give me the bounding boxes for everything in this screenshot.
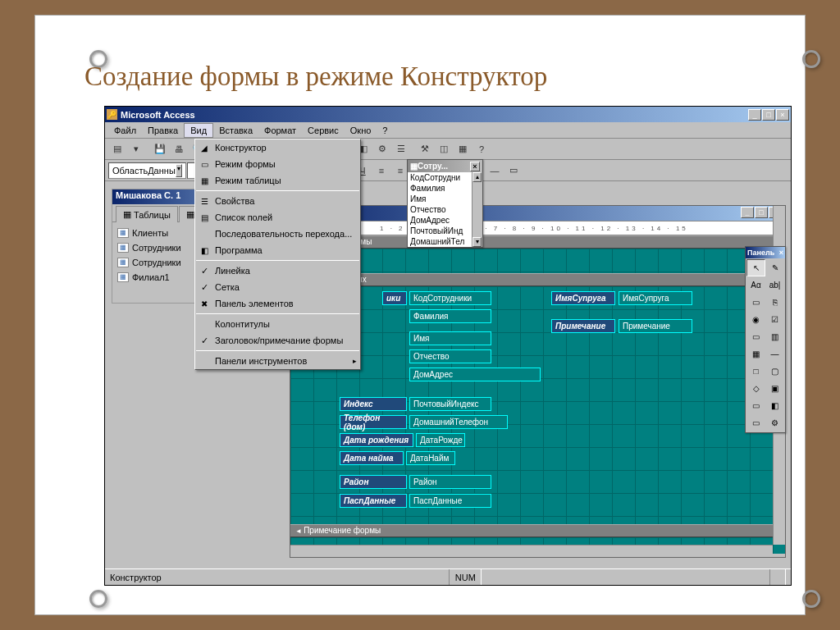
menu-item[interactable]: ▤Список полей	[195, 209, 360, 226]
menu-item[interactable]: ✓Линейка	[195, 262, 360, 279]
close-icon[interactable]: ×	[779, 249, 783, 257]
design-view-icon[interactable]: ▤	[108, 140, 126, 158]
close-button[interactable]: ×	[776, 109, 789, 121]
tab-next[interactable]: ▦	[179, 206, 195, 222]
menu-item[interactable]: ✖Панель элементов	[195, 295, 360, 312]
toolbox-panel[interactable]: Панель× ↖✎Aαab|▭⎘◉☑▭▥▦—□▢◇▣▭◧▭⚙	[745, 246, 786, 433]
toolbox-title[interactable]: Панель×	[746, 247, 785, 258]
field-label[interactable]: Район	[340, 475, 407, 489]
field-label[interactable]: Индекс	[340, 397, 407, 411]
field-control[interactable]: ДатаНайм	[406, 451, 455, 465]
arrow-icon[interactable]: ▾	[127, 140, 145, 158]
tool-button[interactable]: ▥	[765, 328, 784, 345]
field-label[interactable]: ИмяСупруга	[551, 291, 615, 305]
menu-file[interactable]: Файл	[108, 124, 142, 137]
field-control[interactable]: Отчество	[409, 349, 491, 363]
menu-view[interactable]: Вид	[184, 123, 213, 138]
form-max-button[interactable]: □	[755, 207, 768, 218]
field-control[interactable]: ДомашнийТелефон	[409, 415, 508, 429]
section-header[interactable]: Примечание формы	[290, 524, 785, 537]
tool-button[interactable]: ▢	[765, 363, 784, 380]
field-control[interactable]: ДомАдрес	[409, 368, 541, 381]
h-scrollbar[interactable]	[290, 545, 773, 557]
menu-tools[interactable]: Сервис	[302, 124, 345, 137]
tool-button[interactable]: Aα	[746, 276, 765, 294]
tool-button[interactable]: —	[765, 345, 784, 363]
linewidth-icon[interactable]: —	[486, 162, 504, 180]
minimize-button[interactable]: _	[748, 109, 761, 121]
field-label[interactable]: ики	[382, 291, 407, 305]
field-control[interactable]: Район	[409, 475, 491, 489]
menu-item[interactable]: ✓Заголовок/примечание формы	[195, 332, 360, 349]
section-header[interactable]: Область данных	[290, 273, 785, 286]
ruler[interactable]: 1 · 2 · 3 · 4 · 5 · 6 · 7 · 8 · 9 · 10 ·…	[290, 221, 785, 235]
object-combo[interactable]: ОбластьДанны▾	[108, 162, 186, 179]
tool-button[interactable]: ▭	[746, 414, 765, 431]
menu-window[interactable]: Окно	[345, 124, 377, 137]
field-control[interactable]: Имя	[409, 331, 491, 345]
tool-button[interactable]: ⚙	[765, 414, 784, 431]
menu-item[interactable]: ▭Режим формы	[195, 156, 360, 172]
field-label[interactable]: Телефон (дом)	[340, 415, 407, 429]
code-icon[interactable]: ⚙	[373, 140, 391, 158]
scroll-down-icon[interactable]: ▾	[472, 237, 482, 247]
fieldlist-scrollbar[interactable]: ▴ ▾	[472, 172, 482, 247]
close-icon[interactable]: ×	[470, 162, 480, 171]
menu-item[interactable]: ☰Свойства	[195, 193, 360, 209]
tool-button[interactable]: ◧	[765, 397, 784, 414]
tool-button[interactable]: ab|	[765, 276, 784, 294]
field-control[interactable]: ПочтовыйИндекс	[409, 397, 491, 411]
menu-format[interactable]: Формат	[258, 124, 302, 137]
save-icon[interactable]: 💾	[151, 140, 169, 158]
tool-button[interactable]: ☑	[765, 311, 784, 328]
fieldlist-title[interactable]: ▦ Сотру...×	[408, 160, 482, 172]
properties-icon[interactable]: ☰	[392, 140, 410, 158]
field-control[interactable]: КодСотрудники	[409, 291, 491, 305]
tool-button[interactable]: ▭	[746, 328, 765, 345]
tool-button[interactable]: ◇	[746, 380, 765, 397]
field-control[interactable]: ИмяСупруга	[619, 291, 692, 305]
tool-button[interactable]: ◉	[746, 311, 765, 328]
help-icon[interactable]: ?	[472, 140, 491, 158]
form-header-area[interactable]	[290, 249, 785, 273]
menu-item[interactable]: ◢Конструктор	[195, 139, 360, 156]
section-header[interactable]: Заголовок формы	[290, 235, 785, 249]
field-control[interactable]: Примечание	[619, 319, 692, 333]
field-control[interactable]: Фамилия	[409, 309, 491, 323]
field-label[interactable]: ПаспДанные	[340, 494, 407, 508]
tool-button[interactable]: ▣	[765, 380, 784, 397]
tool-button[interactable]: ✎	[765, 259, 784, 276]
field-control[interactable]: ПаспДанные	[409, 494, 491, 508]
form-detail-area[interactable]: икиКодСотрудникиФамилияИмяОтчествоДомАдр…	[290, 286, 785, 524]
tool-button[interactable]: ▭	[746, 294, 765, 311]
menu-item[interactable]: ▦Режим таблицы	[195, 172, 360, 189]
menu-item[interactable]: Панели инструментов▸	[195, 353, 360, 369]
menu-help[interactable]: ?	[377, 124, 393, 137]
scroll-up-icon[interactable]: ▴	[472, 172, 482, 182]
form-min-button[interactable]: _	[741, 207, 754, 218]
align-left-icon[interactable]: ≡	[372, 162, 390, 180]
field-label[interactable]: Примечание	[551, 319, 615, 333]
tool-button[interactable]: ▦	[746, 345, 765, 363]
field-control[interactable]: ДатаРожде	[416, 433, 465, 447]
menu-item[interactable]: ◧Программа	[195, 242, 360, 258]
tool-button[interactable]: ↖	[746, 259, 765, 276]
field-list-popup[interactable]: ▦ Сотру...× КодСотрудниФамилияИмяОтчеств…	[407, 159, 483, 248]
field-label[interactable]: Дата рождения	[340, 433, 413, 447]
tab-tables[interactable]: ▦ Таблицы	[116, 206, 178, 222]
menu-edit[interactable]: Правка	[142, 124, 184, 137]
field-label[interactable]: Дата найма	[340, 451, 404, 465]
effect-icon[interactable]: ▭	[504, 162, 523, 180]
new-object-icon[interactable]: ▦	[454, 140, 472, 158]
print-icon[interactable]: 🖶	[170, 140, 188, 158]
maximize-button[interactable]: □	[762, 109, 775, 121]
tool-button[interactable]: ▭	[746, 397, 765, 414]
build-icon[interactable]: ⚒	[416, 140, 434, 158]
menu-item[interactable]: ✓Сетка	[195, 279, 360, 295]
menu-item[interactable]: Последовательность перехода...	[195, 226, 360, 242]
tool-button[interactable]: ⎘	[765, 294, 784, 311]
tool-button[interactable]: □	[746, 363, 765, 380]
menu-item[interactable]: Колонтитулы	[195, 316, 360, 332]
db-window-icon[interactable]: ◫	[435, 140, 453, 158]
menu-insert[interactable]: Вставка	[213, 124, 258, 137]
